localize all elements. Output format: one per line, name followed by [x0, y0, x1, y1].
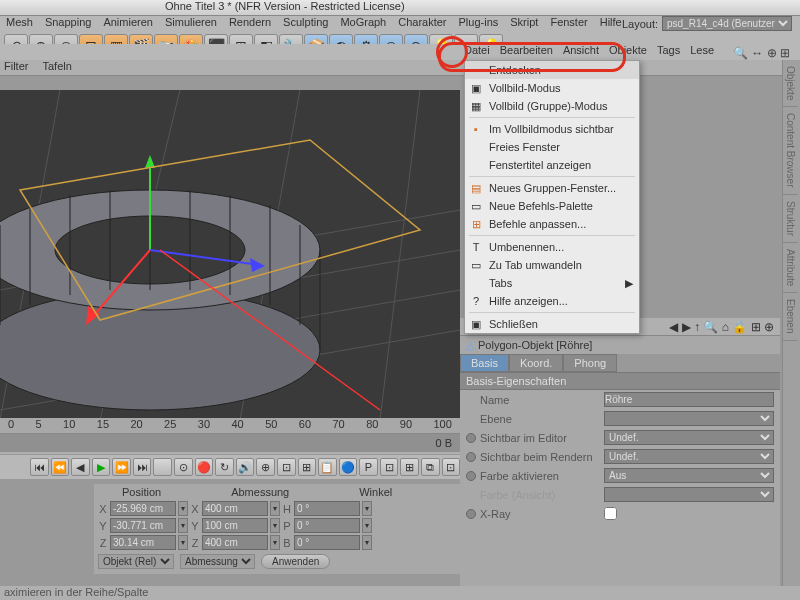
attr-tab-phong[interactable]: Phong: [563, 354, 617, 372]
transport-btn-18[interactable]: ⊞: [400, 458, 419, 476]
attr-sichtbar-beim-rendern[interactable]: Undef.: [604, 449, 774, 464]
transport-btn-8[interactable]: 🔴: [195, 458, 214, 476]
attr-farbe-aktivieren[interactable]: Aus: [604, 468, 774, 483]
menu-mesh[interactable]: Mesh: [6, 16, 33, 32]
coord-Y-dim[interactable]: [202, 518, 268, 533]
timeline[interactable]: 051015202530405060708090100 0 B: [0, 418, 460, 454]
coord-dim-select[interactable]: Abmessung: [180, 554, 255, 569]
coord-X-pos[interactable]: [110, 501, 176, 516]
ctx-im-vollbildmodus-sichtbar[interactable]: ▪Im Vollbildmodus sichtbar: [465, 120, 639, 138]
panel-menubar: DateiBearbeitenAnsichtObjekteTagsLese: [0, 44, 800, 60]
section-header: Basis-Eigenschaften: [460, 372, 780, 390]
menu-animieren[interactable]: Animieren: [103, 16, 153, 32]
coord-X-dim[interactable]: [202, 501, 268, 516]
transport-btn-14[interactable]: 📋: [318, 458, 337, 476]
ctx-freies-fenster[interactable]: Freies Fenster: [465, 138, 639, 156]
attr-tab-koord.[interactable]: Koord.: [509, 354, 563, 372]
transport-btn-17[interactable]: ⊡: [380, 458, 399, 476]
sidetab-struktur[interactable]: Struktur: [783, 195, 798, 243]
apply-button[interactable]: Anwenden: [261, 554, 330, 569]
coord-Z-pos[interactable]: [110, 535, 176, 550]
timeline-track[interactable]: 0 B: [0, 434, 460, 452]
sidetab-content browser[interactable]: Content Browser: [783, 107, 798, 194]
tab-tafeln[interactable]: Tafeln: [42, 60, 71, 75]
ctx-umbenennen---[interactable]: TUmbenennen...: [465, 238, 639, 256]
transport-btn-1[interactable]: ⏪: [51, 458, 70, 476]
menu-snapping[interactable]: Snapping: [45, 16, 92, 32]
attr-ebene[interactable]: [604, 411, 774, 426]
object-header: △ Polygon-Objekt [Röhre]: [460, 336, 780, 354]
ctx-fenstertitel-anzeigen: Fenstertitel anzeigen: [465, 156, 639, 174]
layout-label: Layout:: [622, 18, 658, 30]
menu-sculpting[interactable]: Sculpting: [283, 16, 328, 32]
menu-mograph[interactable]: MoGraph: [340, 16, 386, 32]
coord-mode-select[interactable]: Objekt (Rel): [98, 554, 174, 569]
submenu-lese[interactable]: Lese: [690, 44, 714, 60]
submenu-objekte[interactable]: Objekte: [609, 44, 647, 60]
coord-Y-pos[interactable]: [110, 518, 176, 533]
transport-btn-2[interactable]: ◀: [71, 458, 90, 476]
ctx-schlie-en[interactable]: ▣Schließen: [465, 315, 639, 333]
transport-btn-20[interactable]: ⊡: [442, 458, 461, 476]
transport-btn-19[interactable]: ⧉: [421, 458, 440, 476]
ctx-vollbild-modus[interactable]: ▣Vollbild-Modus: [465, 79, 639, 97]
coord-Z-dim[interactable]: [202, 535, 268, 550]
submenu-datei[interactable]: Datei: [464, 44, 490, 60]
menu-rendern[interactable]: Rendern: [229, 16, 271, 32]
attribute-panel: ▦ ◀ ▶ ↑ 🔍 ⌂ 🔒 ⊞ ⊕ △ Polygon-Objekt [Röhr…: [460, 318, 780, 600]
timeline-ruler: 051015202530405060708090100: [0, 418, 460, 434]
ctx-neue-befehls-palette[interactable]: ▭Neue Befehls-Palette: [465, 197, 639, 215]
transport-btn-9[interactable]: ↻: [215, 458, 234, 476]
menu-skript[interactable]: Skript: [510, 16, 538, 32]
panel-tool-icons[interactable]: 🔍 ↔ ⊕ ⊞: [733, 46, 790, 60]
menu-charakter[interactable]: Charakter: [398, 16, 446, 32]
menu-plug-ins[interactable]: Plug-ins: [459, 16, 499, 32]
tab-filter[interactable]: Filter: [4, 60, 28, 75]
transport-btn-4[interactable]: ⏩: [112, 458, 131, 476]
transport-btn-0[interactable]: ⏮: [30, 458, 49, 476]
transport-btn-13[interactable]: ⊞: [298, 458, 317, 476]
transport-btn-11[interactable]: ⊕: [256, 458, 275, 476]
attr-tab-basis[interactable]: Basis: [460, 354, 509, 372]
coord-P-ang[interactable]: [294, 518, 360, 533]
ctx-tabs[interactable]: Tabs▶: [465, 274, 639, 292]
transport-btn-12[interactable]: ⊡: [277, 458, 296, 476]
submenu-bearbeiten[interactable]: Bearbeiten: [500, 44, 553, 60]
transport-btn-5[interactable]: ⏭: [133, 458, 152, 476]
menu-fenster[interactable]: Fenster: [550, 16, 587, 32]
coord-B-ang[interactable]: [294, 535, 360, 550]
transport-btn-7[interactable]: ⊙: [174, 458, 193, 476]
window-titlebar: Ohne Titel 3 * (NFR Version - Restricted…: [0, 0, 800, 16]
ctx-neues-gruppen-fenster---[interactable]: ▤Neues Gruppen-Fenster...: [465, 179, 639, 197]
transport-bar: ⏮⏪◀▶⏩⏭⊙🔴↻🔊⊕⊡⊞📋🔵P⊡⊞⧉⊡: [0, 455, 460, 479]
ctx-entdocken[interactable]: ↔Entdocken: [465, 61, 639, 79]
attribute-nav[interactable]: ◀ ▶ ↑ 🔍 ⌂ 🔒 ⊞ ⊕: [669, 320, 774, 334]
submenu-tags[interactable]: Tags: [657, 44, 680, 60]
status-bar: aximieren in der Reihe/Spalte: [0, 586, 800, 600]
transport-btn-6[interactable]: [153, 458, 172, 476]
sidetab-ebenen[interactable]: Ebenen: [783, 293, 798, 340]
transport-btn-16[interactable]: P: [359, 458, 378, 476]
sidetab-attribute[interactable]: Attribute: [783, 243, 798, 293]
transport-btn-3[interactable]: ▶: [92, 458, 111, 476]
3d-viewport[interactable]: [0, 90, 460, 420]
object-type-icon: △: [466, 339, 474, 352]
transport-btn-10[interactable]: 🔊: [236, 458, 255, 476]
coordinates-panel: PositionAbmessungWinkel X▾X▾H▾Y▾Y▾P▾Z▾Z▾…: [94, 484, 460, 574]
attr-sichtbar-im-editor[interactable]: Undef.: [604, 430, 774, 445]
submenu-ansicht[interactable]: Ansicht: [563, 44, 599, 60]
attr-name[interactable]: [604, 392, 774, 407]
coord-H-ang[interactable]: [294, 501, 360, 516]
attr-farbe--ansicht-: [604, 487, 774, 502]
ctx-hilfe-anzeigen---[interactable]: ?Hilfe anzeigen...: [465, 292, 639, 310]
layout-selector: Layout: psd_R14_c4d (Benutzer): [622, 16, 792, 31]
transport-btn-15[interactable]: 🔵: [339, 458, 358, 476]
ctx-vollbild--gruppe--modus[interactable]: ▦Vollbild (Gruppe)-Modus: [465, 97, 639, 115]
attr-xray[interactable]: [604, 506, 617, 521]
menu-simulieren[interactable]: Simulieren: [165, 16, 217, 32]
ctx-befehle-anpassen---[interactable]: ⊞Befehle anpassen...: [465, 215, 639, 233]
sidetab-objekte[interactable]: Objekte: [783, 60, 798, 107]
context-menu: ↔Entdocken▣Vollbild-Modus▦Vollbild (Grup…: [464, 60, 640, 334]
layout-dropdown[interactable]: psd_R14_c4d (Benutzer): [662, 16, 792, 31]
menu-hilfe[interactable]: Hilfe: [600, 16, 622, 32]
